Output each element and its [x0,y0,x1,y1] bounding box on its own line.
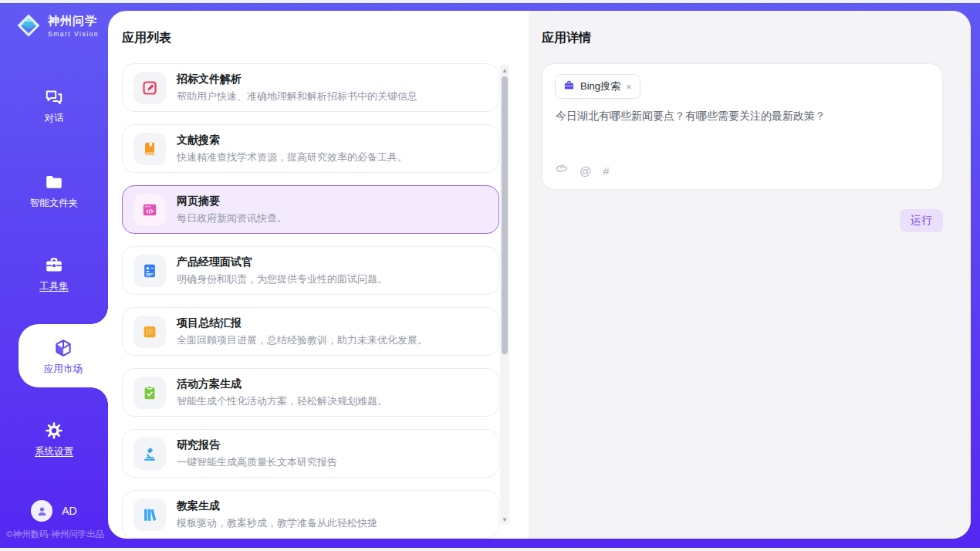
book-icon [133,133,166,165]
sidebar-item-4[interactable]: 应用市场 [9,338,117,376]
prompt-card: Bing搜索 × 今日湖北有哪些新闻要点？有哪些需要关注的最新政策？ @# [542,63,943,190]
browser-code-icon [133,194,166,226]
user-account[interactable]: AD [0,500,108,522]
app-card-6[interactable]: 活动方案生成智能生成个性化活动方案，轻松解决规划难题。 [122,368,499,417]
cube-icon [9,338,117,358]
sidebar-item-3[interactable]: 工具集 [0,255,108,293]
folder-icon [0,172,108,192]
resume-icon [133,255,166,287]
input-toolbar: @# [556,163,610,178]
hashtag-icon[interactable]: # [603,164,609,177]
app-card-title: 项目总结汇报 [177,316,427,330]
avatar [31,500,52,522]
sidebar-item-label: 应用市场 [9,363,117,376]
brand-subtitle: Smart Vision [48,30,99,38]
app-card-title: 教案生成 [177,499,377,513]
app-detail-panel: 应用详情 Bing搜索 × 今日湖北有哪些新闻要点？有哪些需要关注的最新政策？ … [529,11,971,539]
books-icon [133,499,166,531]
app-card-8[interactable]: 教案生成模板驱动，教案秒成，教学准备从此轻松快捷 [122,490,499,539]
attachment-icon[interactable] [556,163,568,178]
chat-icon [0,87,108,107]
pen-square-icon [133,72,166,104]
query-input[interactable]: 今日湖北有哪些新闻要点？有哪些需要关注的最新政策？ [556,108,927,124]
app-list-panel: 应用列表 招标文件解析帮助用户快速、准确地理解和解析招标书中的关键信息文献搜索快… [108,11,529,539]
microscope-icon [133,438,166,470]
sidebar-item-label: 系统设置 [0,445,108,458]
clipboard-check-icon [133,377,166,409]
app-card-desc: 每日政府新闻资讯快查。 [177,211,287,225]
app-root: 神州问学 Smart Vision 对话智能文件夹工具集应用市场系统设置 AD … [0,3,980,548]
app-card-title: 产品经理面试官 [177,255,387,269]
app-card-5[interactable]: 项目总结汇报全面回顾项目进展，总结经验教训，助力未来优化发展。 [122,307,499,356]
app-card-desc: 智能生成个性化活动方案，轻松解决规划难题。 [177,394,387,408]
scrollbar[interactable]: ▲ ▼ [500,65,509,525]
scroll-down-button[interactable]: ▼ [500,514,509,525]
scroll-up-button[interactable]: ▲ [500,65,509,76]
app-card-desc: 全面回顾项目进展，总结经验教训，助力未来优化发展。 [177,333,427,347]
sidebar-item-label: 智能文件夹 [0,197,108,210]
run-button[interactable]: 运行 [900,209,943,232]
tool-tag-label: Bing搜索 [580,79,620,93]
sidebar-item-1[interactable]: 对话 [0,87,108,125]
sidebar: 神州问学 Smart Vision 对话智能文件夹工具集应用市场系统设置 AD … [0,3,108,548]
app-card-title: 招标文件解析 [177,73,417,86]
content-area: 应用列表 招标文件解析帮助用户快速、准确地理解和解析招标书中的关键信息文献搜索快… [108,11,971,539]
app-card-desc: 帮助用户快速、准确地理解和解析招标书中的关键信息 [177,90,417,103]
app-list-title: 应用列表 [122,30,171,46]
copyright-text: ©神州数码·神州问学出品 [6,529,104,540]
app-card-3[interactable]: 网页摘要每日政府新闻资讯快查。 [122,185,499,234]
sidebar-item-label: 对话 [0,112,108,125]
app-card-desc: 快速精准查找学术资源，提高研究效率的必备工具。 [177,150,407,164]
app-card-4[interactable]: 产品经理面试官明确身份和职责，为您提供专业性的面试问题。 [122,246,499,295]
app-card-title: 研究报告 [177,438,337,452]
mention-icon[interactable]: @ [580,164,591,177]
app-detail-title: 应用详情 [542,30,591,46]
app-card-1[interactable]: 招标文件解析帮助用户快速、准确地理解和解析招标书中的关键信息 [122,63,499,112]
person-icon [35,505,49,518]
brand-name: 神州问学 [48,14,99,29]
tool-tag-bing[interactable]: Bing搜索 × [555,74,640,99]
app-card-desc: 明确身份和职责，为您提供专业性的面试问题。 [177,272,387,286]
toolbox-icon [0,255,108,276]
app-list: 招标文件解析帮助用户快速、准确地理解和解析招标书中的关键信息文献搜索快速精准查找… [122,63,499,539]
app-card-desc: 一键智能生成高质量长文本研究报告 [177,455,337,469]
briefcase-icon [563,79,575,94]
user-initials: AD [62,505,76,517]
brand-logo: 神州问学 Smart Vision [15,12,99,39]
note-icon [133,316,166,348]
app-card-7[interactable]: 研究报告一键智能生成高质量长文本研究报告 [122,429,499,478]
app-card-title: 文献搜索 [177,134,407,147]
brand-diamond-icon [15,12,42,39]
sidebar-item-label: 工具集 [0,280,108,293]
scrollbar-thumb[interactable] [502,76,508,354]
app-card-title: 活动方案生成 [177,377,387,391]
app-card-title: 网页摘要 [177,194,287,208]
app-card-2[interactable]: 文献搜索快速精准查找学术资源，提高研究效率的必备工具。 [122,124,499,173]
sidebar-item-5[interactable]: 系统设置 [0,421,108,458]
app-card-desc: 模板驱动，教案秒成，教学准备从此轻松快捷 [177,516,377,530]
tag-close-icon[interactable]: × [626,82,632,92]
gear-icon [0,421,108,441]
sidebar-item-2[interactable]: 智能文件夹 [0,172,108,210]
